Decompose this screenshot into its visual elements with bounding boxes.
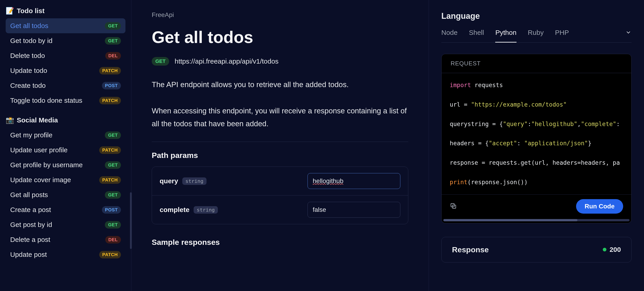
- code-horizontal-scrollbar[interactable]: [443, 219, 630, 221]
- sidebar-item-label: Update user profile: [10, 146, 68, 154]
- code-token: "accept": [489, 140, 517, 147]
- sidebar-item-get-profile-by-username[interactable]: Get profile by username GET: [6, 158, 126, 172]
- code-token: response = requests.get(url, headers=hea…: [450, 159, 620, 166]
- chevron-down-icon[interactable]: [625, 29, 632, 42]
- sidebar-group-social: 📸 Social Media: [6, 116, 126, 124]
- param-row-query: query string: [152, 167, 408, 196]
- code-token: headers = {: [450, 140, 489, 147]
- sidebar-item-update-cover-image[interactable]: Update cover image PATCH: [6, 172, 126, 187]
- sidebar-item-label: Create a post: [10, 206, 51, 214]
- breadcrumb[interactable]: FreeApi: [152, 11, 408, 18]
- sidebar-item-update-user-profile[interactable]: Update user profile PATCH: [6, 143, 126, 158]
- tab-php[interactable]: PHP: [555, 29, 569, 42]
- param-input-query[interactable]: [308, 173, 400, 189]
- code-token: :: [517, 140, 524, 147]
- sidebar-item-delete-todo[interactable]: Delete todo DEL: [6, 48, 126, 63]
- language-heading: Language: [441, 11, 632, 21]
- code-token: requests: [471, 82, 503, 88]
- sidebar-group-label: Todo list: [17, 7, 44, 15]
- tab-python[interactable]: Python: [495, 29, 516, 42]
- code-card: REQUEST import requests url = "https://e…: [441, 54, 632, 223]
- response-status: 200: [603, 246, 621, 254]
- sidebar-item-label: Get todo by id: [10, 37, 52, 44]
- method-badge: GET: [105, 131, 121, 139]
- method-badge: GET: [105, 191, 121, 199]
- sidebar-group-label: Social Media: [17, 116, 58, 124]
- sidebar: 📝 Todo list Get all todos GET Get todo b…: [0, 0, 131, 291]
- method-badge: DEL: [105, 236, 121, 244]
- sidebar-item-create-todo[interactable]: Create todo POST: [6, 78, 126, 93]
- code-token: print: [450, 179, 468, 186]
- code-body[interactable]: import requests url = "https://example.c…: [442, 73, 631, 194]
- method-badge: PATCH: [99, 97, 121, 104]
- sidebar-item-label: Update post: [10, 251, 47, 259]
- sidebar-item-get-all-todos[interactable]: Get all todos GET: [6, 18, 126, 33]
- sidebar-scrollbar[interactable]: [130, 192, 132, 249]
- sidebar-item-get-my-profile[interactable]: Get my profile GET: [6, 128, 126, 143]
- run-code-button[interactable]: Run Code: [576, 199, 623, 214]
- param-input-complete[interactable]: [308, 202, 400, 218]
- tab-shell[interactable]: Shell: [469, 29, 484, 42]
- sidebar-list-todo: Get all todos GET Get todo by id GET Del…: [6, 18, 126, 108]
- sidebar-item-get-all-posts[interactable]: Get all posts GET: [6, 187, 126, 202]
- sidebar-item-label: Get profile by username: [10, 161, 83, 169]
- endpoint-url: https://api.freeapi.app/api/v1/todos: [174, 57, 278, 65]
- right-panel: Language Node Shell Python Ruby PHP REQU…: [429, 0, 644, 291]
- code-token: (response.json()): [468, 179, 528, 186]
- sidebar-item-get-todo-by-id[interactable]: Get todo by id GET: [6, 33, 126, 48]
- sidebar-item-get-post-by-id[interactable]: Get post by id GET: [6, 217, 126, 232]
- sidebar-item-label: Get all posts: [10, 191, 48, 199]
- method-badge: GET: [105, 22, 121, 30]
- status-code: 200: [610, 246, 621, 254]
- param-name: complete: [160, 206, 190, 214]
- sidebar-item-label: Get my profile: [10, 131, 52, 139]
- sidebar-group-todo: 📝 Todo list: [6, 7, 126, 15]
- description: The API endpoint allows you to retrieve …: [152, 78, 408, 130]
- description-p2: When accessing this endpoint, you will r…: [152, 107, 407, 128]
- divider: [152, 142, 408, 142]
- param-row-complete: complete string: [152, 196, 408, 224]
- sidebar-item-label: Delete a post: [10, 236, 50, 244]
- description-p1: The API endpoint allows you to retrieve …: [152, 80, 349, 89]
- code-token: :: [528, 121, 531, 127]
- response-heading: Response: [452, 245, 489, 254]
- sidebar-item-create-a-post[interactable]: Create a post POST: [6, 202, 126, 217]
- sidebar-item-label: Update cover image: [10, 176, 71, 184]
- sidebar-item-update-todo[interactable]: Update todo PATCH: [6, 63, 126, 78]
- code-footer: Run Code: [442, 194, 631, 219]
- method-badge: GET: [105, 221, 121, 229]
- code-token: "https://example.com/todos": [471, 101, 567, 108]
- sidebar-item-update-post[interactable]: Update post PATCH: [6, 247, 126, 262]
- method-badge: DEL: [105, 52, 121, 59]
- sidebar-item-label: Delete todo: [10, 52, 45, 59]
- method-badge: PATCH: [99, 67, 121, 74]
- tab-ruby[interactable]: Ruby: [528, 29, 544, 42]
- camera-icon: 📸: [6, 116, 14, 124]
- page-title: Get all todos: [152, 28, 408, 47]
- code-token: }: [588, 140, 592, 147]
- code-token: "query": [503, 121, 528, 127]
- copy-icon[interactable]: [450, 202, 457, 210]
- sidebar-item-label: Get all todos: [10, 22, 48, 30]
- code-token: url =: [450, 101, 471, 108]
- sidebar-item-label: Get post by id: [10, 221, 52, 229]
- sidebar-item-label: Create todo: [10, 82, 46, 89]
- memo-icon: 📝: [6, 7, 14, 15]
- param-name: query: [160, 177, 178, 185]
- path-params-heading: Path params: [152, 151, 408, 160]
- endpoint-row: GET https://api.freeapi.app/api/v1/todos: [152, 57, 408, 66]
- tab-node[interactable]: Node: [441, 29, 458, 42]
- method-badge: PATCH: [99, 176, 121, 184]
- status-dot-icon: [603, 248, 606, 251]
- param-meta: query string: [160, 177, 206, 185]
- sidebar-item-delete-a-post[interactable]: Delete a post DEL: [6, 232, 126, 247]
- sidebar-item-label: Update todo: [10, 67, 47, 74]
- method-badge: POST: [102, 206, 121, 214]
- params-box: query string complete string: [152, 167, 408, 224]
- param-type: string: [194, 206, 218, 214]
- code-token: :: [616, 121, 620, 127]
- sidebar-item-toggle-todo[interactable]: Toggle todo done status PATCH: [6, 93, 126, 108]
- response-card[interactable]: Response 200: [441, 237, 632, 263]
- scrollbar-thumb[interactable]: [443, 219, 578, 221]
- language-tabs: Node Shell Python Ruby PHP: [441, 29, 632, 42]
